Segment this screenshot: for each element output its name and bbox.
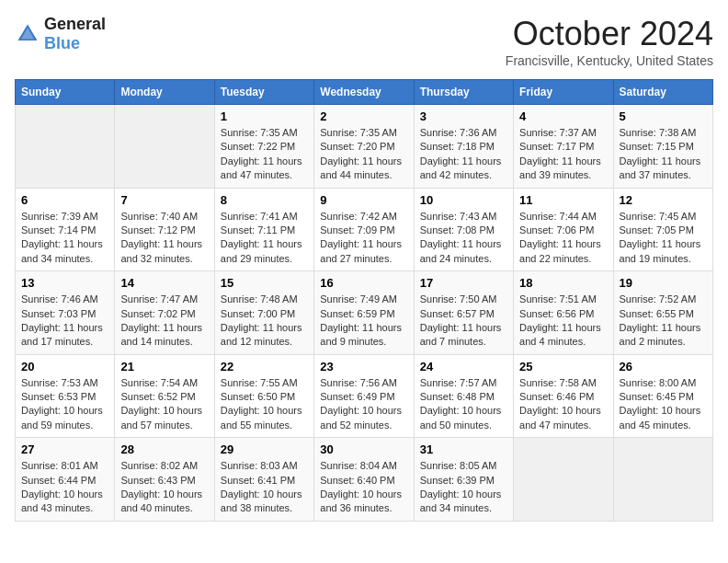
day-number: 20 <box>21 360 108 373</box>
day-header-thursday: Thursday <box>414 80 513 105</box>
week-row-5: 27Sunrise: 8:01 AMSunset: 6:44 PMDayligh… <box>16 438 713 522</box>
day-number: 29 <box>221 442 308 456</box>
page-header: General Blue October 2024 Francisville, … <box>15 15 713 68</box>
day-content: Sunrise: 7:38 AMSunset: 7:15 PMDaylight:… <box>620 126 707 183</box>
day-content: Sunrise: 7:58 AMSunset: 6:46 PMDaylight:… <box>519 376 607 433</box>
calendar-cell: 4Sunrise: 7:37 AMSunset: 7:17 PMDaylight… <box>514 105 613 189</box>
day-number: 22 <box>221 360 308 373</box>
day-number: 7 <box>120 193 208 207</box>
calendar-cell <box>514 438 613 522</box>
day-number: 12 <box>620 193 707 207</box>
calendar-cell: 7Sunrise: 7:40 AMSunset: 7:12 PMDaylight… <box>115 188 214 271</box>
day-content: Sunrise: 7:50 AMSunset: 6:57 PMDaylight:… <box>420 293 507 350</box>
day-number: 16 <box>320 276 407 290</box>
day-content: Sunrise: 7:53 AMSunset: 6:53 PMDaylight:… <box>21 376 108 433</box>
calendar-cell: 17Sunrise: 7:50 AMSunset: 6:57 PMDayligh… <box>414 271 513 355</box>
day-content: Sunrise: 8:05 AMSunset: 6:39 PMDaylight:… <box>420 459 507 516</box>
calendar-cell: 29Sunrise: 8:03 AMSunset: 6:41 PMDayligh… <box>214 438 313 522</box>
day-number: 14 <box>120 276 208 290</box>
day-content: Sunrise: 7:35 AMSunset: 7:20 PMDaylight:… <box>320 126 407 183</box>
calendar-body: 1Sunrise: 7:35 AMSunset: 7:22 PMDaylight… <box>16 105 713 522</box>
day-number: 24 <box>420 360 507 373</box>
location-title: Francisville, Kentucky, United States <box>506 53 713 68</box>
calendar-cell: 2Sunrise: 7:35 AMSunset: 7:20 PMDaylight… <box>314 105 414 189</box>
logo-icon <box>15 21 40 47</box>
calendar-cell: 13Sunrise: 7:46 AMSunset: 7:03 PMDayligh… <box>16 271 115 355</box>
calendar-cell: 31Sunrise: 8:05 AMSunset: 6:39 PMDayligh… <box>414 438 513 522</box>
day-number: 15 <box>221 276 308 290</box>
calendar-cell: 14Sunrise: 7:47 AMSunset: 7:02 PMDayligh… <box>115 271 214 355</box>
day-header-tuesday: Tuesday <box>214 80 313 105</box>
calendar-cell: 28Sunrise: 8:02 AMSunset: 6:43 PMDayligh… <box>115 438 214 522</box>
week-row-3: 13Sunrise: 7:46 AMSunset: 7:03 PMDayligh… <box>16 271 713 355</box>
calendar-cell: 12Sunrise: 7:45 AMSunset: 7:05 PMDayligh… <box>613 188 712 271</box>
day-content: Sunrise: 8:04 AMSunset: 6:40 PMDaylight:… <box>320 459 407 516</box>
calendar-cell: 18Sunrise: 7:51 AMSunset: 6:56 PMDayligh… <box>514 271 613 355</box>
day-content: Sunrise: 7:48 AMSunset: 7:00 PMDaylight:… <box>221 293 308 350</box>
day-header-sunday: Sunday <box>16 80 115 105</box>
day-number: 18 <box>519 276 607 290</box>
calendar-cell: 8Sunrise: 7:41 AMSunset: 7:11 PMDaylight… <box>214 188 313 271</box>
day-content: Sunrise: 8:00 AMSunset: 6:45 PMDaylight:… <box>620 376 707 433</box>
day-content: Sunrise: 7:41 AMSunset: 7:11 PMDaylight:… <box>221 210 308 267</box>
calendar-cell: 20Sunrise: 7:53 AMSunset: 6:53 PMDayligh… <box>16 354 115 438</box>
day-number: 21 <box>120 360 208 373</box>
day-content: Sunrise: 7:36 AMSunset: 7:18 PMDaylight:… <box>420 126 507 183</box>
calendar-cell <box>16 105 115 189</box>
calendar-cell: 1Sunrise: 7:35 AMSunset: 7:22 PMDaylight… <box>214 105 313 189</box>
calendar-cell: 6Sunrise: 7:39 AMSunset: 7:14 PMDaylight… <box>16 188 115 271</box>
day-content: Sunrise: 7:55 AMSunset: 6:50 PMDaylight:… <box>221 376 308 433</box>
day-header-wednesday: Wednesday <box>314 80 414 105</box>
day-number: 30 <box>320 442 407 456</box>
day-header-friday: Friday <box>514 80 613 105</box>
day-content: Sunrise: 7:35 AMSunset: 7:22 PMDaylight:… <box>221 126 308 183</box>
calendar-cell: 16Sunrise: 7:49 AMSunset: 6:59 PMDayligh… <box>314 271 414 355</box>
logo-text: General Blue <box>44 15 106 53</box>
week-row-4: 20Sunrise: 7:53 AMSunset: 6:53 PMDayligh… <box>16 354 713 438</box>
day-content: Sunrise: 7:40 AMSunset: 7:12 PMDaylight:… <box>120 210 208 267</box>
day-content: Sunrise: 7:39 AMSunset: 7:14 PMDaylight:… <box>21 210 108 267</box>
day-number: 26 <box>620 360 707 373</box>
calendar-table: SundayMondayTuesdayWednesdayThursdayFrid… <box>15 79 713 522</box>
calendar-cell: 27Sunrise: 8:01 AMSunset: 6:44 PMDayligh… <box>16 438 115 522</box>
day-number: 6 <box>21 193 108 207</box>
day-content: Sunrise: 7:57 AMSunset: 6:48 PMDaylight:… <box>420 376 507 433</box>
day-content: Sunrise: 7:51 AMSunset: 6:56 PMDaylight:… <box>519 293 607 350</box>
day-number: 25 <box>519 360 607 373</box>
day-number: 13 <box>21 276 108 290</box>
calendar-cell <box>115 105 214 189</box>
day-content: Sunrise: 7:54 AMSunset: 6:52 PMDaylight:… <box>120 376 208 433</box>
calendar-cell <box>613 438 712 522</box>
calendar-cell: 5Sunrise: 7:38 AMSunset: 7:15 PMDaylight… <box>613 105 712 189</box>
logo: General Blue <box>15 15 106 53</box>
day-content: Sunrise: 7:49 AMSunset: 6:59 PMDaylight:… <box>320 293 407 350</box>
day-number: 2 <box>320 109 407 123</box>
calendar-cell: 11Sunrise: 7:44 AMSunset: 7:06 PMDayligh… <box>514 188 613 271</box>
day-number: 17 <box>420 276 507 290</box>
week-row-2: 6Sunrise: 7:39 AMSunset: 7:14 PMDaylight… <box>16 188 713 271</box>
calendar-cell: 19Sunrise: 7:52 AMSunset: 6:55 PMDayligh… <box>613 271 712 355</box>
calendar-cell: 30Sunrise: 8:04 AMSunset: 6:40 PMDayligh… <box>314 438 414 522</box>
calendar-cell: 3Sunrise: 7:36 AMSunset: 7:18 PMDaylight… <box>414 105 513 189</box>
logo-blue: Blue <box>44 34 80 52</box>
day-content: Sunrise: 7:37 AMSunset: 7:17 PMDaylight:… <box>519 126 607 183</box>
day-content: Sunrise: 7:46 AMSunset: 7:03 PMDaylight:… <box>21 293 108 350</box>
day-content: Sunrise: 8:02 AMSunset: 6:43 PMDaylight:… <box>120 459 208 516</box>
day-number: 5 <box>620 109 707 123</box>
day-number: 4 <box>519 109 607 123</box>
calendar-cell: 26Sunrise: 8:00 AMSunset: 6:45 PMDayligh… <box>613 354 712 438</box>
calendar-cell: 22Sunrise: 7:55 AMSunset: 6:50 PMDayligh… <box>214 354 313 438</box>
day-number: 28 <box>120 442 208 456</box>
calendar-cell: 23Sunrise: 7:56 AMSunset: 6:49 PMDayligh… <box>314 354 414 438</box>
day-number: 1 <box>221 109 308 123</box>
calendar-cell: 25Sunrise: 7:58 AMSunset: 6:46 PMDayligh… <box>514 354 613 438</box>
calendar-cell: 24Sunrise: 7:57 AMSunset: 6:48 PMDayligh… <box>414 354 513 438</box>
day-number: 31 <box>420 442 507 456</box>
day-number: 3 <box>420 109 507 123</box>
day-content: Sunrise: 7:42 AMSunset: 7:09 PMDaylight:… <box>320 210 407 267</box>
calendar-cell: 15Sunrise: 7:48 AMSunset: 7:00 PMDayligh… <box>214 271 313 355</box>
logo-general: General <box>44 15 106 33</box>
day-number: 19 <box>620 276 707 290</box>
day-content: Sunrise: 7:56 AMSunset: 6:49 PMDaylight:… <box>320 376 407 433</box>
day-number: 8 <box>221 193 308 207</box>
